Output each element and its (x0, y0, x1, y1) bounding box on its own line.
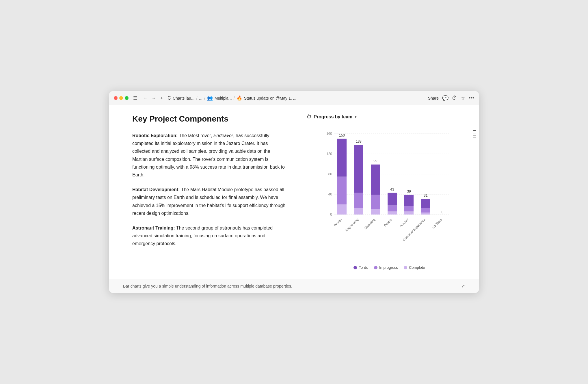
design-complete (337, 204, 347, 215)
design-todo (337, 139, 347, 177)
nav-buttons: ← → + (142, 95, 164, 101)
chart-container: 160 120 80 40 0 150 Design (307, 128, 472, 261)
svg-text:Design: Design (333, 218, 343, 227)
svg-text:80: 80 (328, 172, 332, 176)
scrollbar-track-2 (473, 135, 476, 136)
svg-text:Engineering: Engineering (345, 218, 359, 232)
section-habitat-heading: Habitat Development: (132, 187, 180, 192)
product-inprogress (404, 206, 414, 211)
breadcrumb: C Charts lau... / ... / 👥 Multipla... / … (168, 95, 424, 101)
eng-complete (354, 208, 363, 215)
scrollbar-track-3 (473, 137, 476, 138)
design-inprogress (337, 177, 347, 204)
svg-text:Product: Product (399, 218, 409, 228)
svg-text:39: 39 (407, 189, 411, 193)
breadcrumb-icon-3: 🔥 (237, 95, 242, 101)
breadcrumb-icon-1: C (168, 96, 171, 101)
chart-section: ⏱ Progress by team ▾ 160 120 80 40 (300, 105, 479, 279)
close-button[interactable] (114, 96, 118, 100)
chart-header: ⏱ Progress by team ▾ (307, 114, 472, 123)
breadcrumb-item-4[interactable]: Status update on @May 1, ... (244, 96, 297, 100)
comment-icon[interactable]: 💬 (442, 95, 449, 101)
product-complete (404, 212, 414, 215)
product-todo (404, 195, 414, 206)
footer: Bar charts give you a simple understandi… (109, 279, 479, 293)
svg-text:150: 150 (339, 133, 345, 137)
forward-button[interactable]: → (150, 95, 157, 101)
chart-legend: To-do In progress Complete (307, 265, 472, 270)
traffic-lights (114, 96, 129, 100)
footer-text: Bar charts give you a simple understandi… (123, 284, 292, 288)
cx-complete (421, 212, 430, 215)
chart-header-icon: ⏱ (307, 114, 311, 120)
scrollbar-handle (473, 130, 476, 131)
more-icon[interactable]: ••• (469, 95, 474, 101)
bar-chart: 160 120 80 40 0 150 Design (307, 128, 472, 255)
main-content: Key Project Components Robotic Explorati… (109, 105, 479, 279)
people-complete (388, 212, 397, 215)
back-button[interactable]: ← (142, 95, 149, 101)
svg-text:99: 99 (373, 159, 377, 163)
svg-text:43: 43 (390, 187, 394, 191)
breadcrumb-item-3[interactable]: Multipla... (215, 96, 232, 100)
legend-inprogress-dot (374, 266, 377, 269)
mkt-todo (371, 165, 380, 195)
svg-text:160: 160 (326, 132, 332, 136)
section-astronaut-heading: Astronaut Training: (132, 225, 175, 230)
mkt-inprogress (371, 195, 380, 209)
eng-inprogress (354, 193, 363, 208)
section-astronaut: Astronaut Training: The second group of … (132, 224, 286, 248)
minimize-button[interactable] (119, 96, 123, 100)
svg-text:0: 0 (442, 210, 444, 214)
people-todo (388, 193, 397, 206)
sidebar-toggle-button[interactable]: ☰ (132, 95, 138, 101)
legend-todo-label: To-do (359, 265, 368, 270)
svg-text:31: 31 (424, 193, 428, 197)
breadcrumb-separator-2: / (204, 96, 205, 100)
svg-text:120: 120 (326, 152, 332, 156)
breadcrumb-item-2[interactable]: ... (199, 96, 202, 100)
page-title: Key Project Components (132, 114, 286, 124)
titlebar: ☰ ← → + C Charts lau... / ... / 👥 Multip… (109, 91, 479, 105)
scrollbar-track (473, 133, 476, 133)
section-habitat: Habitat Development: The Mars Habitat Mo… (132, 186, 286, 217)
breadcrumb-separator-3: / (234, 96, 235, 100)
chart-title: Progress by team (314, 114, 352, 120)
section-robotic-heading: Robotic Exploration: (132, 133, 178, 138)
eng-todo (354, 145, 363, 193)
chart-dropdown-button[interactable]: ▾ (355, 115, 356, 119)
maximize-button[interactable] (125, 96, 129, 100)
expand-icon[interactable]: ⤢ (461, 283, 465, 289)
svg-text:138: 138 (356, 139, 362, 143)
cx-todo (421, 199, 430, 208)
share-button[interactable]: Share (428, 96, 439, 100)
mkt-complete (371, 209, 380, 215)
titlebar-actions: Share 💬 ⏱ ☆ ••• (428, 95, 474, 101)
svg-text:40: 40 (328, 192, 332, 196)
section-robotic: Robotic Exploration: The latest rover, E… (132, 132, 286, 179)
svg-text:Marketing: Marketing (364, 218, 376, 230)
legend-complete-label: Complete (409, 265, 425, 270)
legend-todo: To-do (353, 265, 368, 270)
add-tab-button[interactable]: + (159, 95, 164, 101)
breadcrumb-icon-2: 👥 (207, 95, 213, 101)
breadcrumb-item-1[interactable]: Charts lau... (173, 96, 194, 100)
svg-text:0: 0 (330, 212, 332, 217)
legend-inprogress: In progress (374, 265, 398, 270)
chart-scrollbar[interactable] (472, 128, 477, 261)
app-window: ☰ ← → + C Charts lau... / ... / 👥 Multip… (109, 91, 479, 293)
cx-inprogress (421, 208, 430, 212)
svg-text:No Team: No Team (431, 218, 443, 229)
star-icon[interactable]: ☆ (461, 95, 465, 101)
legend-complete: Complete (404, 265, 425, 270)
legend-todo-dot (353, 266, 357, 269)
legend-inprogress-label: In progress (379, 265, 398, 270)
history-icon[interactable]: ⏱ (452, 95, 457, 101)
text-section: Key Project Components Robotic Explorati… (109, 105, 300, 279)
people-inprogress (388, 206, 397, 212)
legend-complete-dot (404, 266, 407, 269)
svg-text:People: People (383, 218, 393, 227)
breadcrumb-separator: / (196, 96, 197, 100)
